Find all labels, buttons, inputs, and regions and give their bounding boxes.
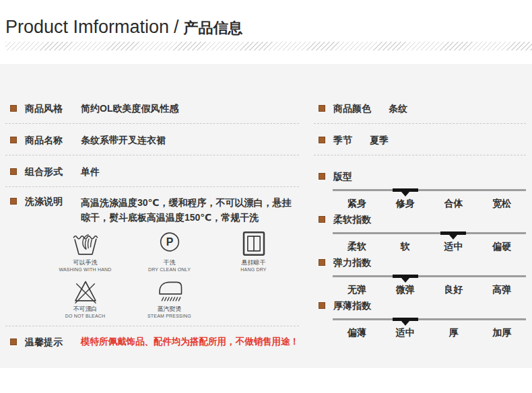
care-icon-label-zh: 悬挂晾干 xyxy=(242,259,266,266)
slider-options: 柔软 软 适中 偏硬 xyxy=(333,240,526,253)
bullet-square-icon xyxy=(319,173,325,180)
slider-options: 紧身 修身 合体 宽松 xyxy=(333,197,526,210)
hang-dry-icon xyxy=(239,230,269,257)
care-icons-row-1: 可以手洗 WASHING WITH HAND P 干洗 DRY CLEAN ON… xyxy=(43,230,299,273)
slider-thickness-index: 厚薄指数 偏薄 适中 厚 加厚 xyxy=(314,296,526,339)
slider-softness-index: 柔软指数 柔软 软 适中 偏硬 xyxy=(314,210,526,253)
row-warm-tips: 温馨提示 模特所佩戴饰品、配件均为搭配所用，不做销售用途！ xyxy=(5,326,299,348)
slider-option: 加厚 xyxy=(477,326,526,339)
care-icon-label-zh: 不可漂白 xyxy=(73,306,98,313)
page-title-separator: / xyxy=(174,17,179,37)
care-icons-row-2: 不可漂白 DO NOT BLEACH 蒸汽熨烫 STEAM PRESSING xyxy=(43,277,299,319)
no-bleach-icon xyxy=(71,277,100,303)
slider-option: 无弹 xyxy=(333,283,381,296)
care-icon-block: 蒸汽熨烫 STEAM PRESSING xyxy=(127,277,211,319)
bullet-square-icon xyxy=(319,137,325,143)
care-icon-label-en: HANG DRY xyxy=(240,266,266,273)
slider-track xyxy=(333,232,526,234)
care-icon-label-en: DO NOT BLEACH xyxy=(65,313,106,319)
slider-option: 适中 xyxy=(430,240,478,253)
row-label: 组合形式 xyxy=(25,166,63,178)
slider-option: 合体 xyxy=(430,197,478,210)
row-value: 夏季 xyxy=(370,134,389,146)
bullet-square-icon xyxy=(319,302,325,309)
row-label: 商品名称 xyxy=(25,134,63,146)
steam-press-icon xyxy=(155,277,185,303)
row-product-style: 商品风格 简约OL欧美度假风性感 xyxy=(5,92,299,124)
tips-label: 温馨提示 xyxy=(25,336,63,348)
care-icon-label-zh: 干洗 xyxy=(164,259,176,266)
row-label: 季节 xyxy=(333,134,352,146)
left-column: 商品风格 简约OL欧美度假风性感 商品名称 条纹系带开叉连衣裙 组合形式 xyxy=(5,92,307,348)
page-title-en: Product Imformation xyxy=(5,17,169,37)
tips-text: 模特所佩戴饰品、配件均为搭配所用，不做销售用途！ xyxy=(81,336,299,348)
slider-indicator xyxy=(393,318,418,321)
slider-option: 厚 xyxy=(430,326,478,339)
slider-option: 宽松 xyxy=(477,197,526,210)
slider-option: 偏薄 xyxy=(333,326,381,339)
slider-track xyxy=(333,189,526,191)
slider-title: 厚薄指数 xyxy=(333,299,371,312)
slider-indicator xyxy=(440,231,466,235)
row-combination: 组合形式 单件 xyxy=(5,155,299,187)
washing-instructions-section: 洗涤说明 高温洗涤温度30℃，缓和程序，不可以漂白，悬挂晾干，熨斗底板高温温度1… xyxy=(5,187,299,326)
bullet-square-icon xyxy=(319,259,325,266)
row-season: 季节 夏季 xyxy=(314,124,526,155)
row-value: 单件 xyxy=(81,166,100,178)
slider-option: 良好 xyxy=(430,283,478,296)
washing-label: 洗涤说明 xyxy=(25,195,63,207)
washing-description: 高温洗涤温度30℃，缓和程序，不可以漂白，悬挂晾干，熨斗底板高温温度150℃，常… xyxy=(81,195,299,225)
svg-text:P: P xyxy=(166,236,173,248)
slider-option: 适中 xyxy=(381,326,430,339)
care-icon-block: P 干洗 DRY CLEAN ONLY xyxy=(127,230,211,273)
page-title-zh: 产品信息 xyxy=(184,20,243,36)
bullet-square-icon xyxy=(10,105,17,112)
row-product-color: 商品颜色 条纹 xyxy=(314,92,526,124)
care-icon-label-en: WASHING WITH HAND xyxy=(59,266,111,273)
slider-options: 偏薄 适中 厚 加厚 xyxy=(333,326,526,339)
row-label: 商品风格 xyxy=(25,102,63,114)
bullet-square-icon xyxy=(10,137,17,143)
bullet-square-icon xyxy=(10,168,17,175)
dry-clean-icon: P xyxy=(155,230,185,257)
care-icon-block: 悬挂晾干 HANG DRY xyxy=(211,230,296,273)
slider-indicator xyxy=(393,275,418,278)
page-title: Product Imformation/产品信息 xyxy=(5,17,527,38)
care-icon-label-en: DRY CLEAN ONLY xyxy=(148,266,191,273)
product-info-panel: 商品风格 简约OL欧美度假风性感 商品名称 条纹系带开叉连衣裙 组合形式 xyxy=(0,64,532,368)
row-value: 条纹 xyxy=(389,102,407,114)
row-product-name: 商品名称 条纹系带开叉连衣裙 xyxy=(5,124,299,155)
slider-options: 无弹 微弹 良好 高弹 xyxy=(333,283,526,296)
page: Product Imformation/产品信息 商品风格 简约OL欧美度假风性… xyxy=(0,0,532,368)
bullet-square-icon xyxy=(10,198,17,205)
diagonal-stripes-divider xyxy=(5,42,532,50)
bullet-square-icon xyxy=(10,338,17,345)
header: Product Imformation/产品信息 xyxy=(0,0,532,50)
hand-wash-icon xyxy=(71,230,100,257)
row-value: 条纹系带开叉连衣裙 xyxy=(81,134,166,146)
slider-option: 偏硬 xyxy=(477,240,526,253)
care-icon-block: 可以手洗 WASHING WITH HAND xyxy=(43,230,127,273)
slider-option: 柔软 xyxy=(333,240,381,253)
bullet-square-icon xyxy=(319,105,325,112)
slider-track xyxy=(333,275,526,277)
care-icon-label-zh: 可以手洗 xyxy=(73,259,98,266)
slider-title: 弹力指数 xyxy=(333,256,371,269)
slider-title: 版型 xyxy=(333,170,352,182)
care-icon-label-zh: 蒸汽熨烫 xyxy=(158,306,182,313)
slider-option: 微弹 xyxy=(381,283,430,296)
slider-fit-type: 版型 紧身 修身 合体 宽松 xyxy=(314,155,526,210)
row-label: 商品颜色 xyxy=(333,102,371,114)
slider-title: 柔软指数 xyxy=(333,213,371,225)
slider-elasticity-index: 弹力指数 无弹 微弹 良好 高弹 xyxy=(314,253,526,296)
care-icon-label-en: STEAM PRESSING xyxy=(147,313,191,319)
row-value: 简约OL欧美度假风性感 xyxy=(81,102,178,114)
slider-option: 软 xyxy=(381,240,430,253)
slider-option: 高弹 xyxy=(477,283,526,296)
right-column: 商品颜色 条纹 季节 夏季 版型 xyxy=(314,92,526,348)
slider-indicator xyxy=(393,188,418,192)
bullet-square-icon xyxy=(319,216,325,223)
slider-option: 紧身 xyxy=(333,197,381,210)
slider-track xyxy=(333,318,526,320)
slider-option: 修身 xyxy=(381,197,430,210)
